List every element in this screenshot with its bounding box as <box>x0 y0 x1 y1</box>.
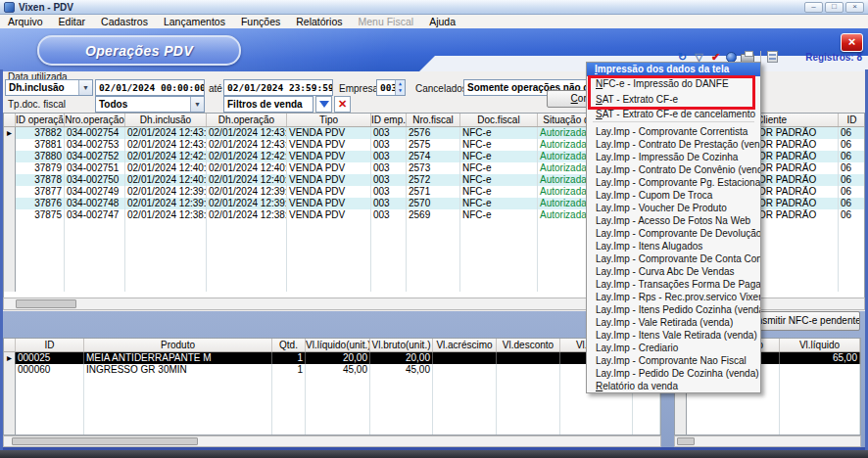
menubar-item-arquivo[interactable]: Arquivo <box>0 16 51 27</box>
menu-item-lay-imp-rps-rec-prov-servico-vixen[interactable]: Lay.Imp - Rps - Rec.prov.servico Vixen <box>587 291 760 303</box>
minimize-button[interactable]: – <box>804 2 823 13</box>
menu-item-sat-extrato-cf-e[interactable]: SAT - Extrato CF-e <box>587 92 760 108</box>
column-header[interactable]: Vl.acréscimo <box>433 339 497 351</box>
cell <box>272 399 306 411</box>
table-row[interactable]: 000060INGRESSO GR 30MIN145,0045,00 <box>4 364 660 376</box>
cell <box>125 233 207 245</box>
column-header[interactable]: Nro.operação <box>65 114 125 126</box>
page-title: Operações PDV <box>37 35 241 66</box>
column-header[interactable]: Dh.inclusão <box>125 114 207 126</box>
menu-item-lay-imp-crediario[interactable]: Lay.Imp - Crediario <box>587 342 760 354</box>
column-header[interactable]: Vl.bruto(unit.) <box>370 339 433 351</box>
date-mode-select[interactable]: Dh.inclusão ▼ <box>5 79 93 96</box>
menu-item-lay-imp-comprovante-de-conta-consumo[interactable]: Lay.Imp - Comprovante De Conta Consumo <box>587 252 760 265</box>
scrollbar-thumb[interactable] <box>12 437 198 445</box>
menu-item-lay-imp-acesso-de-fotos-na-web[interactable]: Lay.Imp - Acesso De Fotos Na Web <box>587 214 760 227</box>
cell <box>497 364 560 376</box>
globe-icon[interactable] <box>726 52 737 63</box>
tpdoc-select[interactable]: Todos ▼ <box>95 96 205 113</box>
maximize-button[interactable]: □ <box>825 2 844 13</box>
cell <box>497 352 560 364</box>
cell: 2576 <box>407 127 460 139</box>
column-header[interactable]: Produto <box>84 339 272 351</box>
chevron-down-icon[interactable]: ▼ <box>78 80 92 95</box>
menu-item-lay-imp-cupom-de-troca[interactable]: Lay.Imp - Cupom De Troca <box>587 189 760 202</box>
cell <box>407 233 460 245</box>
column-header[interactable]: Tipo <box>287 114 371 126</box>
cell <box>16 376 84 388</box>
menubar-item-ajuda[interactable]: Ajuda <box>421 16 463 27</box>
menu-item-lay-imp-comprovante-de-devolu-o[interactable]: Lay.Imp - Comprovante De Devolução <box>587 227 760 240</box>
menu-item-lay-imp-transa-es-forma-de-pagamento[interactable]: Lay.Imp - Transações Forma De Pagamento <box>587 278 760 291</box>
chevron-down-icon[interactable]: ▼ <box>190 97 204 112</box>
menu-item-lay-imp-pedido-de-cozinha-venda[interactable]: Lay.Imp - Pedido De Cozinha (venda) <box>587 367 760 380</box>
menu-item-lay-imp-impress-o-de-cozinha[interactable]: Lay.Imp - Impressão De Cozinha <box>587 151 760 163</box>
menu-item-lay-imp-itens-alugados[interactable]: Lay.Imp - Itens Alugados <box>587 240 760 252</box>
date-to-input[interactable]: 02/01/2024 23:59:59 <box>223 79 333 96</box>
column-header[interactable]: ID <box>839 114 865 126</box>
filter-funnel-button[interactable] <box>315 96 332 113</box>
menu-item-lay-imp-vale-retirada-venda[interactable]: Lay.Imp - Vale Retirada (venda) <box>587 316 760 329</box>
cell: NFC-e <box>460 162 538 174</box>
column-header[interactable]: ID <box>16 339 84 351</box>
column-header[interactable]: ID emp. <box>371 114 407 126</box>
export-icon[interactable] <box>767 51 778 63</box>
menu-item-lay-imp-voucher-de-produto[interactable]: Lay.Imp - Voucher De Produto <box>587 202 760 214</box>
cell <box>16 411 84 423</box>
empresa-field[interactable]: 003 ▲▼ <box>376 79 406 96</box>
cell: VENDA PDV <box>287 151 371 162</box>
menubar-item-editar[interactable]: Editar <box>51 16 93 27</box>
date-from-input[interactable]: 02/01/2024 00:00:00 <box>95 79 205 96</box>
menu-item-lay-imp-contrato-de-conv-nio-venda[interactable]: Lay.Imp - Contrato De Convênio (venda) <box>587 163 760 176</box>
column-header[interactable]: Dh.operação <box>207 114 287 126</box>
menubar-item-lan-amentos[interactable]: Lançamentos <box>156 16 233 27</box>
column-header[interactable]: ID operação <box>16 114 65 126</box>
menu-item-impressao-dados-tela[interactable]: Impressão dos dados da tela <box>587 63 760 76</box>
scrollbar-thumb[interactable] <box>16 299 76 308</box>
menu-item-lay-imp-itens-pedido-cozinha-venda[interactable]: Lay.Imp - Itens Pedido Cozinha (venda) <box>587 303 760 316</box>
column-header[interactable] <box>4 339 16 351</box>
menubar-item-menu-fiscal: Menu Fiscal <box>351 16 422 27</box>
menu-item-lay-imp-comprovante-correntista[interactable]: Lay.Imp - Comprovante Correntista <box>587 125 760 138</box>
close-panel-button[interactable]: × <box>841 33 863 52</box>
column-header[interactable]: Vl.líquido <box>780 339 860 351</box>
cell <box>433 423 497 435</box>
cell: VENDA PDV <box>287 209 371 221</box>
menu-item-sat-extrato-cf-e-de-cancelamento[interactable]: SAT - Extrato CF-e de cancelamento <box>587 108 760 120</box>
close-button[interactable]: × <box>845 2 864 13</box>
cell <box>433 376 497 388</box>
cell <box>433 388 497 399</box>
empresa-stepper[interactable]: ▲▼ <box>395 80 405 95</box>
products-grid-hscrollbar[interactable] <box>3 435 661 447</box>
cell <box>84 411 272 423</box>
table-row[interactable]: ▸000025MEIA ANTIDERRAPANTE M120,0020,00 <box>4 352 660 364</box>
table-row-empty <box>4 399 660 411</box>
cell: 2569 <box>407 209 460 221</box>
cell <box>4 233 16 245</box>
column-header[interactable] <box>4 114 16 126</box>
totals-grid-hscrollbar[interactable] <box>674 435 861 447</box>
clear-filter-button[interactable]: ✕ <box>334 96 351 113</box>
cell: VENDA PDV <box>287 198 371 209</box>
menu-item-lay-imp-itens-vale-retirada-venda[interactable]: Lay.Imp - Itens Vale Retirada (venda) <box>587 329 760 342</box>
cell <box>687 399 780 411</box>
cell <box>125 221 207 233</box>
column-header[interactable]: Doc.fiscal <box>460 114 538 126</box>
menu-item-lay-imp-comprovante-nao-fiscal[interactable]: Lay.Imp - Comprovante Nao Fiscal <box>587 354 760 367</box>
column-header[interactable]: Cliente <box>756 114 839 126</box>
menubar-item-relat-rios[interactable]: Relatórios <box>288 16 350 27</box>
cell: 06 <box>839 127 865 139</box>
column-header[interactable]: Vl.líquido(unit.) <box>306 339 370 351</box>
menu-item-nfc-e-impress-o-do-danfe[interactable]: NFC-e - Impressão do DANFE <box>587 76 760 92</box>
cell: 45,00 <box>370 364 433 376</box>
column-header[interactable]: Qtd. <box>272 339 306 351</box>
menu-item-lay-imp-curva-abc-de-vendas[interactable]: Lay.Imp - Curva Abc De Vendas <box>587 265 760 278</box>
menu-item-relat-rio-da-venda[interactable]: Relatório da venda <box>587 380 760 392</box>
menubar-item-fun-es[interactable]: Funções <box>233 16 288 27</box>
column-header[interactable]: Nro.fiscal <box>407 114 460 126</box>
column-header[interactable]: Vl.desconto <box>497 339 560 351</box>
menu-item-lay-imp-comprovante-pg-estacionamento[interactable]: Lay.Imp - Comprovante Pg. Estacionamento <box>587 176 760 189</box>
scrollbar-thumb[interactable] <box>677 437 695 445</box>
menu-item-lay-imp-contrato-de-presta-o-venda[interactable]: Lay.Imp - Contrato De Prestação (venda) <box>587 138 760 151</box>
menubar-item-cadastros[interactable]: Cadastros <box>93 16 156 27</box>
